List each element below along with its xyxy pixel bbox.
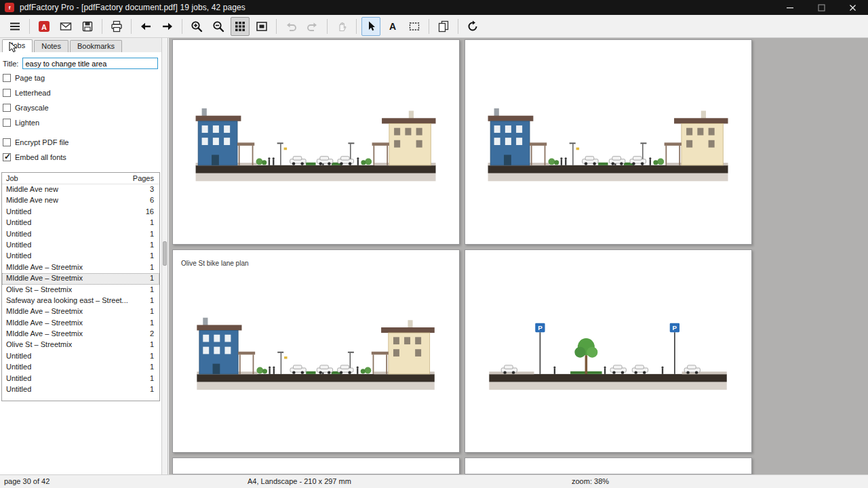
checkbox-encrypt-pdf[interactable]: Encrypt PDF file <box>3 138 68 146</box>
save-icon <box>81 20 94 33</box>
refresh-button[interactable] <box>463 17 482 36</box>
checkbox-box[interactable] <box>3 119 11 127</box>
job-row[interactable]: Olive St – Streetmix1 <box>2 285 159 296</box>
close-button[interactable] <box>837 0 868 15</box>
job-row[interactable]: Untitled1 <box>2 362 159 373</box>
job-row[interactable]: MIddle Ave – Streetmix1 <box>2 306 159 317</box>
pointer-tool-button[interactable] <box>361 17 380 36</box>
checkbox-label: Letterhead <box>15 89 51 97</box>
job-name: Untitled <box>6 230 31 240</box>
job-pages: 1 <box>150 251 154 262</box>
toolbar-separator <box>429 19 429 34</box>
checkbox-box[interactable] <box>3 138 11 146</box>
redo-button[interactable] <box>303 17 322 36</box>
job-row[interactable]: Untitled1 <box>2 384 159 395</box>
job-name: Untitled <box>6 251 31 262</box>
save-button[interactable] <box>78 17 97 36</box>
job-row[interactable]: MIddle Ave – Streetmix2 <box>2 329 159 340</box>
page-thumbnail-6-partial[interactable] <box>465 458 752 474</box>
print-icon <box>110 20 123 33</box>
forward-arrow-icon <box>161 20 174 33</box>
job-row[interactable]: Untitled1 <box>2 218 159 228</box>
page-thumbnail-2[interactable] <box>465 39 752 245</box>
checkbox-lighten[interactable]: Lighten <box>3 118 51 127</box>
job-name: Middle Ave new <box>6 196 58 206</box>
copy-pages-icon <box>437 20 450 33</box>
forward-button[interactable] <box>158 17 177 36</box>
checkbox-page-tag[interactable]: Page tag <box>3 73 51 82</box>
tab-jobs[interactable]: Jobs <box>2 39 33 52</box>
menu-button[interactable] <box>5 17 24 36</box>
job-name: Untitled <box>6 363 31 373</box>
job-list: Middle Ave new3Middle Ave new6Untitled16… <box>2 184 159 395</box>
job-row[interactable]: MIddle Ave – Streetmix1 <box>2 273 159 284</box>
toolbar-separator <box>327 19 328 34</box>
email-button[interactable] <box>56 17 75 36</box>
checkbox-letterhead[interactable]: Letterhead <box>3 88 51 97</box>
page-thumbnail-5-partial[interactable] <box>172 458 460 474</box>
minimize-button[interactable] <box>774 0 806 15</box>
job-pages: 1 <box>150 241 154 251</box>
page-thumbnail-3[interactable]: Olive St bike lane plan <box>172 249 460 453</box>
job-row[interactable]: Untitled1 <box>2 240 159 251</box>
pages-column-header: Pages <box>133 174 154 183</box>
checkbox-box[interactable] <box>3 153 11 161</box>
job-row[interactable]: Untitled1 <box>2 373 159 384</box>
hand-tool-button[interactable] <box>332 17 351 36</box>
job-row[interactable]: Safeway area looking east – Street...1 <box>2 296 159 306</box>
job-row[interactable]: Untitled1 <box>2 251 159 262</box>
job-row[interactable]: MIddle Ave – Streetmix1 <box>2 262 159 273</box>
job-row[interactable]: MIddle Ave – Streetmix1 <box>2 318 159 329</box>
zoom-out-icon <box>212 20 225 33</box>
window-controls <box>774 0 868 15</box>
checkbox-box[interactable] <box>3 104 11 112</box>
sidebar-scrollbar[interactable] <box>162 38 168 474</box>
pdf-button[interactable]: A <box>35 17 54 36</box>
tab-bookmarks[interactable]: Bookmarks <box>70 40 122 52</box>
job-row[interactable]: Middle Ave new6 <box>2 195 159 206</box>
job-pages: 16 <box>146 207 154 218</box>
job-row[interactable]: Untitled16 <box>2 207 159 218</box>
toolbar-separator <box>182 19 182 34</box>
back-button[interactable] <box>136 17 155 36</box>
job-pages: 1 <box>150 218 154 228</box>
page-thumbnail-4[interactable]: P P <box>465 249 752 453</box>
window-title: pdfFactory Pro - [pdfFactory document.pd… <box>20 3 245 12</box>
street-section-illustration <box>178 101 453 192</box>
copy-pages-button[interactable] <box>434 17 453 36</box>
job-row[interactable]: Olive St – Streetmix1 <box>2 340 159 350</box>
job-pages: 1 <box>150 352 154 362</box>
undo-button[interactable] <box>281 17 300 36</box>
job-row[interactable]: Untitled1 <box>2 351 159 362</box>
status-format-info: A4, Landscape - 210 x 297 mm <box>248 477 351 485</box>
job-pages: 3 <box>150 185 154 195</box>
title-input[interactable] <box>22 58 158 69</box>
zoom-in-button[interactable] <box>187 17 206 36</box>
job-row[interactable]: Middle Ave new3 <box>2 184 159 195</box>
tab-notes[interactable]: Notes <box>34 40 68 52</box>
job-pages: 1 <box>150 307 154 317</box>
checkbox-label: Grayscale <box>15 104 49 112</box>
job-name: Olive St – Streetmix <box>6 285 72 296</box>
toolbar-separator <box>356 19 357 34</box>
job-name: Olive St – Streetmix <box>6 340 72 350</box>
zoom-in-icon <box>190 20 203 33</box>
checkbox-box[interactable] <box>3 89 11 97</box>
text-tool-button[interactable]: A <box>383 17 402 36</box>
job-name: Untitled <box>6 241 31 251</box>
app-icon: f <box>5 3 14 12</box>
grid-view-button[interactable] <box>231 17 250 36</box>
print-button[interactable] <box>107 17 126 36</box>
checkbox-embed-fonts[interactable]: Embed all fonts <box>3 152 68 161</box>
checkbox-box[interactable] <box>3 74 11 82</box>
select-region-button[interactable] <box>405 17 424 36</box>
zoom-out-button[interactable] <box>209 17 228 36</box>
checkbox-grayscale[interactable]: Grayscale <box>3 103 51 112</box>
job-row[interactable]: Untitled1 <box>2 229 159 240</box>
scrollbar-thumb[interactable] <box>163 241 167 266</box>
page-thumbnail-1[interactable] <box>172 39 460 245</box>
maximize-button[interactable] <box>806 0 837 15</box>
fit-page-button[interactable] <box>252 17 271 36</box>
parking-sign-glyph: P <box>538 324 543 331</box>
hand-tool-icon <box>335 20 349 33</box>
